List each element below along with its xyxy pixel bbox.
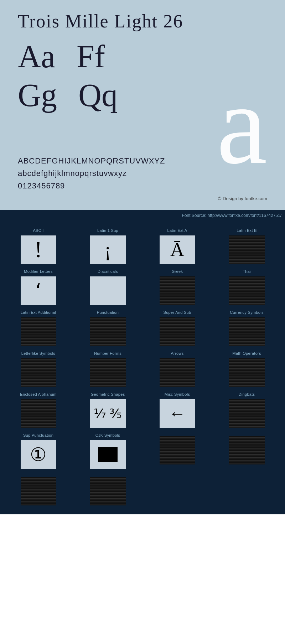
charset-grid: ASCII ! Latin 1 Sup ¡ Latin Ext A Ā	[0, 221, 285, 514]
letter-pair-qq: Qq	[78, 78, 118, 113]
dense-block-letterlike	[21, 358, 56, 387]
font-source-bar: Font Source: http://www.fontke.com/font/…	[0, 210, 285, 221]
charset-preview-sup-punctuation: ①	[21, 440, 56, 469]
charset-preview-dingbats	[229, 399, 265, 428]
charset-label-punctuation: Punctuation	[97, 310, 119, 315]
charset-label-modifier-letters: Modifier Letters	[24, 269, 53, 274]
charset-punctuation[interactable]: Punctuation	[73, 307, 142, 348]
square-display	[90, 440, 126, 469]
charset-preview-letterlike-symbols	[21, 358, 56, 387]
charset-label-sup-punctuation: Sup Punctuation	[23, 433, 53, 437]
charset-final-2[interactable]	[73, 471, 142, 507]
charset-letterlike-symbols[interactable]: Letterlike Symbols	[4, 348, 73, 389]
charset-preview-greek	[160, 276, 195, 305]
charset-preview-latin-ext-a: Ā	[160, 235, 195, 264]
charset-label-latin-ext-additional: Latin Ext Additional	[21, 310, 56, 315]
charset-cjk-symbols[interactable]: CJK Symbols	[73, 430, 142, 471]
charset-final-empty-2	[212, 471, 281, 507]
dense-block-punctuation	[90, 317, 126, 346]
charset-super-and-sub[interactable]: Super And Sub	[142, 307, 212, 348]
dense-block-enclosed	[21, 399, 56, 428]
fraction-display: ⅐ ⅗	[90, 399, 126, 428]
dense-block-arrows	[160, 358, 195, 387]
charset-latin-ext-a[interactable]: Latin Ext A Ā	[142, 225, 212, 266]
inv-exclaim-char: ¡	[90, 235, 126, 264]
charset-label-ascii: ASCII	[33, 228, 43, 233]
charset-preview-math-operators	[229, 358, 265, 387]
dense-block-math	[229, 358, 265, 387]
charset-label-number-forms: Number Forms	[94, 351, 121, 355]
charset-label-latin-ext-b: Latin Ext B	[237, 228, 257, 233]
charset-preview-diacriticals	[90, 276, 126, 305]
dense-block-super-sub	[160, 317, 195, 346]
charset-preview-latin-ext-b	[229, 235, 265, 264]
charset-preview-extra-2	[229, 436, 265, 464]
charset-preview-latin1sup: ¡	[90, 235, 126, 264]
large-letter-display: a	[217, 67, 267, 181]
charset-thai[interactable]: Thai	[212, 266, 281, 307]
dense-block-currency	[229, 317, 265, 346]
charset-greek[interactable]: Greek	[142, 266, 212, 307]
charset-label-latin-ext-a: Latin Ext A	[167, 228, 187, 233]
charset-misc-symbols[interactable]: Misc Symbols ←	[142, 389, 212, 430]
backtick-char: ʻ	[21, 276, 56, 305]
charset-preview-final-1	[21, 477, 56, 505]
charset-label-misc-symbols: Misc Symbols	[165, 392, 190, 396]
charset-label-greek: Greek	[172, 269, 183, 274]
circled-1-display: ①	[21, 440, 56, 469]
charset-extra-1[interactable]	[142, 430, 212, 471]
letter-pair-gg: Gg	[18, 78, 57, 113]
charset-preview-thai	[229, 276, 265, 305]
letter-pair-ff: Ff	[77, 39, 105, 74]
charset-sup-punctuation[interactable]: Sup Punctuation ①	[4, 430, 73, 471]
charset-preview-cjk-symbols	[90, 440, 126, 469]
charset-label-letterlike-symbols: Letterlike Symbols	[21, 351, 55, 355]
charset-modifier-letters[interactable]: Modifier Letters ʻ	[4, 266, 73, 307]
charset-label-thai: Thai	[243, 269, 251, 274]
charset-label-enclosed-alphanum: Enclosed Alphanum	[20, 392, 56, 396]
charset-enclosed-alphanum[interactable]: Enclosed Alphanum	[4, 389, 73, 430]
dense-block-number-forms	[90, 358, 126, 387]
empty-slot-1	[160, 477, 195, 505]
charset-preview-geometric-shapes: ⅐ ⅗	[90, 399, 126, 428]
charset-label-cjk-symbols: CJK Symbols	[95, 433, 120, 437]
charset-dingbats[interactable]: Dingbats	[212, 389, 281, 430]
black-square	[98, 447, 118, 462]
charset-extra-2[interactable]	[212, 430, 281, 471]
charset-label-currency-symbols: Currency Symbols	[230, 310, 264, 315]
dense-block-greek	[160, 276, 195, 305]
charset-diacriticals[interactable]: Diacriticals	[73, 266, 142, 307]
charset-preview-modifier-letters: ʻ	[21, 276, 56, 305]
dense-block-dingbats	[229, 399, 265, 428]
charset-preview-enclosed-alphanum	[21, 399, 56, 428]
a-macron-char: Ā	[160, 235, 195, 264]
charset-label-arrows: Arrows	[171, 351, 183, 355]
charset-preview-extra-1	[160, 436, 195, 464]
charset-currency-symbols[interactable]: Currency Symbols	[212, 307, 281, 348]
top-section: Trois Mille Light 26 a Aa Ff Gg Qq ABCDE…	[0, 0, 285, 210]
charset-number-forms[interactable]: Number Forms	[73, 348, 142, 389]
charset-preview-arrows	[160, 358, 195, 387]
letter-pair-aa: Aa	[18, 39, 55, 74]
dense-block-final-2	[90, 477, 126, 505]
dense-block-latin-ext-add	[21, 317, 56, 346]
charset-preview-misc-symbols: ←	[160, 399, 195, 428]
charset-ascii[interactable]: ASCII !	[4, 225, 73, 266]
charset-label-latin1sup: Latin 1 Sup	[97, 228, 118, 233]
charset-math-operators[interactable]: Math Operators	[212, 348, 281, 389]
charset-preview-super-and-sub	[160, 317, 195, 346]
charset-preview-number-forms	[90, 358, 126, 387]
charset-label-math-operators: Math Operators	[232, 351, 261, 355]
dense-block-final-1	[21, 477, 56, 505]
charset-latin1sup[interactable]: Latin 1 Sup ¡	[73, 225, 142, 266]
charset-latin-ext-b[interactable]: Latin Ext B	[212, 225, 281, 266]
charset-label-dingbats: Dingbats	[239, 392, 255, 396]
charset-preview-final-2	[90, 477, 126, 505]
charset-final-1[interactable]	[4, 471, 73, 507]
dense-block-latin-ext-b	[229, 235, 265, 264]
copyright: © Design by fontke.com	[18, 196, 267, 203]
arrow-display: ←	[160, 399, 195, 428]
charset-arrows[interactable]: Arrows	[142, 348, 212, 389]
charset-geometric-shapes[interactable]: Geometric Shapes ⅐ ⅗	[73, 389, 142, 430]
charset-latin-ext-additional[interactable]: Latin Ext Additional	[4, 307, 73, 348]
